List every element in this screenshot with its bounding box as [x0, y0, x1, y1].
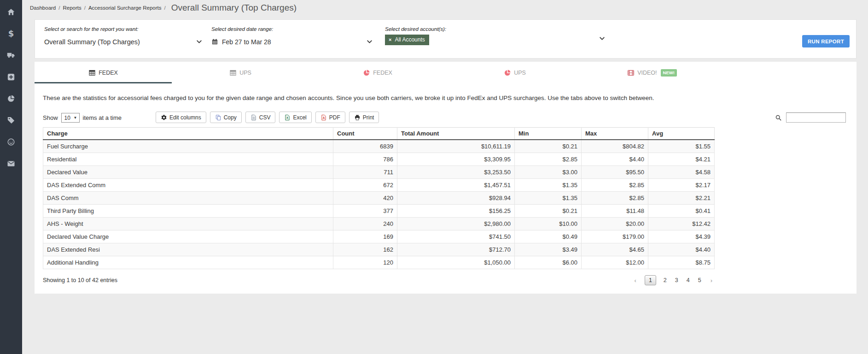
report-select-label: Select or search for the report you want… [44, 26, 203, 32]
column-header-count[interactable]: Count [333, 128, 397, 140]
pdf-button[interactable]: APDF [315, 112, 345, 123]
tab-label: VIDEO! [637, 70, 657, 76]
table-header: ChargeCountTotal AmountMinMaxAvg [43, 128, 715, 140]
cell-total-amount: $712.70 [397, 243, 515, 256]
cell-min: $3.49 [515, 243, 582, 256]
table-row: Residential786$3,309.95$2.85$4.40$4.21 [43, 153, 715, 166]
cell-count: 162 [333, 243, 397, 256]
table-row: Declared Value711$3,253.50$3.00$95.50$4.… [43, 166, 715, 179]
copy-button[interactable]: Copy [210, 112, 242, 123]
cell-total-amount: $2,980.00 [397, 218, 515, 230]
pagination-page-5[interactable]: 5 [697, 276, 702, 284]
cell-max: $804.82 [582, 140, 648, 153]
chevron-down-icon[interactable] [598, 35, 606, 42]
accounts-select-label: Select desired account(s): [385, 26, 606, 32]
cell-count: 6839 [333, 140, 397, 153]
sidebar-item-dollar[interactable]: $ [0, 23, 22, 44]
cell-total-amount: $10,611.19 [397, 140, 515, 153]
account-chip-all-accounts[interactable]: × All Accounts [385, 35, 429, 45]
tab-fedex-0[interactable]: FEDEX [35, 62, 172, 83]
pdf-file-icon: A [320, 114, 327, 121]
cell-max: $20.00 [582, 218, 648, 230]
tab-label: UPS [514, 70, 526, 76]
smiley-icon [7, 138, 15, 146]
sidebar-item-home[interactable] [0, 1, 22, 23]
breadcrumb-separator: / [164, 5, 165, 11]
cell-min: $10.00 [515, 218, 582, 230]
column-header-charge[interactable]: Charge [43, 128, 333, 140]
cell-max: $95.50 [582, 166, 648, 179]
export-button-label: PDF [329, 114, 340, 121]
table-row: Additional Handling120$1,050.00$6.00$12.… [43, 256, 715, 269]
cell-charge: Third Party Billing [43, 205, 333, 218]
entries-info: Showing 1 to 10 of 42 entries [43, 277, 117, 283]
carrier-tabs: FEDEXUPSFEDEXUPSVIDEO!NEW! [35, 62, 856, 83]
cell-max: $12.00 [582, 256, 648, 269]
csv-button[interactable]: CSV [245, 112, 276, 123]
excel-button[interactable]: XExcel [279, 112, 311, 123]
sidebar-item-plus-square[interactable] [0, 66, 22, 88]
cell-total-amount: $3,253.50 [397, 166, 515, 179]
export-button-label: CSV [259, 114, 271, 121]
pagination-page-4[interactable]: 4 [686, 276, 691, 284]
accounts-multiselect[interactable]: × All Accounts [385, 35, 606, 45]
breadcrumb-accessorial-reports[interactable]: Accessorial Surcharge Reports [88, 5, 162, 11]
date-range-select[interactable]: Feb 27 to Mar 28 [211, 38, 373, 46]
export-button-label: Excel [293, 114, 306, 121]
tab-ups-3[interactable]: UPS [446, 62, 583, 83]
pagination-next[interactable]: › [709, 276, 714, 285]
sidebar-item-pie-chart[interactable] [0, 88, 22, 109]
report-select[interactable]: Overall Summary (Top Charges) [44, 38, 203, 46]
csv-file-icon [250, 114, 257, 121]
sidebar-item-truck[interactable] [0, 44, 22, 66]
search-icon [775, 114, 782, 121]
tab-label: FEDEX [99, 70, 118, 76]
search-input[interactable] [786, 112, 846, 123]
sidebar-item-smiley[interactable] [0, 131, 22, 153]
pagination-page-3[interactable]: 3 [674, 276, 679, 284]
pagination-page-1[interactable]: 1 [645, 275, 656, 285]
cell-avg: $1.55 [648, 140, 715, 153]
table-row: DAS Extended Comm672$1,457.51$1.35$2.85$… [43, 179, 715, 192]
cell-min: $0.49 [515, 230, 582, 243]
cell-max: $4.40 [582, 153, 648, 166]
report-content-panel: FEDEXUPSFEDEXUPSVIDEO!NEW! These are the… [35, 62, 856, 294]
cell-avg: $4.21 [648, 153, 715, 166]
column-header-total-amount[interactable]: Total Amount [397, 128, 515, 140]
page-size-select[interactable]: 10 ▼ [61, 113, 80, 123]
chevron-down-icon[interactable] [195, 38, 203, 46]
home-icon [7, 8, 15, 16]
cell-charge: DAS Extended Comm [43, 179, 333, 192]
cell-avg: $2.17 [648, 179, 715, 192]
column-header-avg[interactable]: Avg [648, 128, 715, 140]
chevron-down-icon[interactable] [366, 38, 373, 46]
print-button[interactable]: Print [349, 112, 379, 123]
report-select-value: Overall Summary (Top Charges) [44, 38, 140, 46]
column-header-max[interactable]: Max [582, 128, 648, 140]
page-title: Overall Summary (Top Charges) [171, 3, 297, 13]
cell-max: $2.85 [582, 179, 648, 192]
sidebar-item-envelope[interactable] [0, 153, 22, 174]
edit-columns-button[interactable]: Edit columns [156, 112, 206, 123]
breadcrumb-reports[interactable]: Reports [63, 5, 81, 11]
tab-ups-1[interactable]: UPS [172, 62, 309, 83]
date-range-text: Feb 27 to Mar 28 [222, 38, 271, 46]
cell-total-amount: $3,309.95 [397, 153, 515, 166]
table-row: DAS Extended Resi162$712.70$3.49$4.65$4.… [43, 243, 715, 256]
run-report-button[interactable]: RUN REPORT [802, 35, 850, 47]
sidebar-item-tag[interactable] [0, 109, 22, 131]
svg-text:A: A [322, 116, 325, 119]
cell-count: 420 [333, 192, 397, 205]
pagination-prev[interactable]: ‹ [633, 276, 638, 285]
show-label: Show [43, 114, 58, 121]
new-badge: NEW! [661, 69, 677, 77]
calendar-icon [211, 38, 218, 45]
breadcrumb-dashboard[interactable]: Dashboard [30, 5, 56, 11]
pagination-page-2[interactable]: 2 [663, 276, 668, 284]
column-header-min[interactable]: Min [515, 128, 582, 140]
cell-count: 377 [333, 205, 397, 218]
charges-table-wrap: ChargeCountTotal AmountMinMaxAvg Fuel Su… [43, 127, 848, 269]
tab-fedex-2[interactable]: FEDEX [309, 62, 446, 83]
tab-video-4[interactable]: VIDEO!NEW! [583, 62, 721, 83]
remove-chip-icon[interactable]: × [389, 37, 391, 42]
